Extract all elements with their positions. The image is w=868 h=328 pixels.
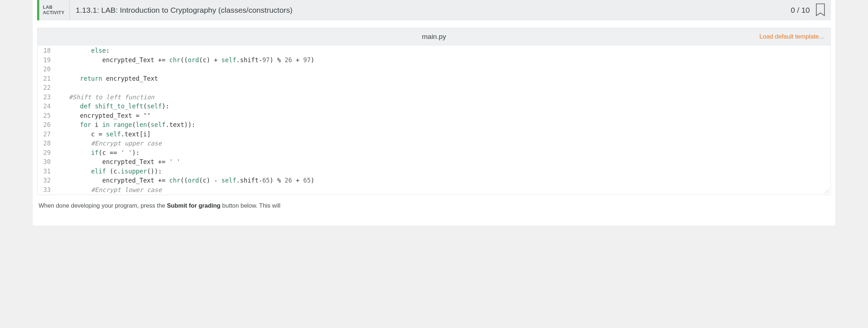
load-default-template-link[interactable]: Load default template... — [759, 33, 831, 40]
code-line[interactable]: c = self.text[i] — [57, 130, 831, 139]
instruction-bold: Submit for grading — [167, 202, 221, 209]
lab-label-line2: ACTIVITY — [43, 10, 64, 16]
line-number: 25 — [43, 111, 51, 121]
svg-line-0 — [825, 189, 829, 193]
code-editor[interactable]: 181920212223242526272829303132333435 els… — [37, 45, 831, 195]
bookmark-button[interactable] — [815, 0, 831, 20]
file-header: main.py Load default template... — [37, 28, 831, 45]
line-number: 23 — [43, 93, 51, 102]
instruction-prefix: When done developing your program, press… — [39, 202, 167, 209]
line-number: 28 — [43, 139, 51, 148]
line-number: 22 — [43, 83, 51, 93]
line-number: 27 — [43, 130, 51, 139]
instruction-suffix: button below. This will — [221, 202, 281, 209]
code-line[interactable]: #Encrypt lower case — [57, 185, 831, 195]
lab-activity-label: LAB ACTIVITY — [39, 0, 70, 20]
svg-line-2 — [828, 192, 829, 193]
line-number-gutter: 181920212223242526272829303132333435 — [37, 45, 55, 195]
code-line[interactable]: for i in range(len(self.text)): — [57, 120, 831, 130]
file-name: main.py — [422, 33, 446, 41]
code-line[interactable]: def shift_to_left(self): — [57, 102, 831, 111]
line-number: 33 — [43, 185, 51, 195]
lab-header: LAB ACTIVITY 1.13.1: LAB: Introduction t… — [37, 0, 831, 20]
instruction-text: When done developing your program, press… — [37, 202, 831, 209]
code-line[interactable] — [57, 83, 831, 93]
code-line[interactable]: encrypted_Text += chr((ord(c) - self.shi… — [57, 176, 831, 185]
line-number: 19 — [43, 56, 51, 65]
line-number: 21 — [43, 74, 51, 84]
code-line[interactable]: #Shift to left function — [57, 93, 831, 102]
resize-handle-icon — [824, 188, 830, 194]
code-line[interactable]: encrypted_Text = "" — [57, 111, 831, 121]
lab-score: 0 / 10 — [785, 0, 815, 20]
code-area[interactable]: else: encrypted_Text += chr((ord(c) + se… — [55, 45, 831, 195]
line-number: 31 — [43, 167, 51, 176]
code-line[interactable]: elif (c.isupper()): — [57, 167, 831, 176]
line-number: 20 — [43, 65, 51, 74]
code-line[interactable]: encrypted_Text += chr((ord(c) + self.shi… — [57, 56, 831, 65]
bookmark-icon — [815, 3, 826, 17]
code-line[interactable]: return encrypted_Text — [57, 74, 831, 84]
lab-title: 1.13.1: LAB: Introduction to Cryptograph… — [70, 0, 785, 20]
line-number: 30 — [43, 157, 51, 167]
line-number: 26 — [43, 120, 51, 130]
line-number: 24 — [43, 102, 51, 111]
code-line[interactable]: #Encrypt upper case — [57, 139, 831, 148]
page: LAB ACTIVITY 1.13.1: LAB: Introduction t… — [33, 0, 835, 225]
code-line[interactable]: encrypted_Text += ' ' — [57, 157, 831, 167]
code-line[interactable]: if(c == ' '): — [57, 148, 831, 158]
resize-handle[interactable] — [824, 188, 830, 194]
file-card: main.py Load default template... 1819202… — [37, 28, 831, 195]
line-number: 18 — [43, 46, 51, 56]
code-line[interactable] — [57, 65, 831, 74]
line-number: 29 — [43, 148, 51, 158]
line-number: 32 — [43, 176, 51, 185]
code-line[interactable]: else: — [57, 46, 831, 56]
lab-label-line1: LAB — [43, 5, 64, 10]
